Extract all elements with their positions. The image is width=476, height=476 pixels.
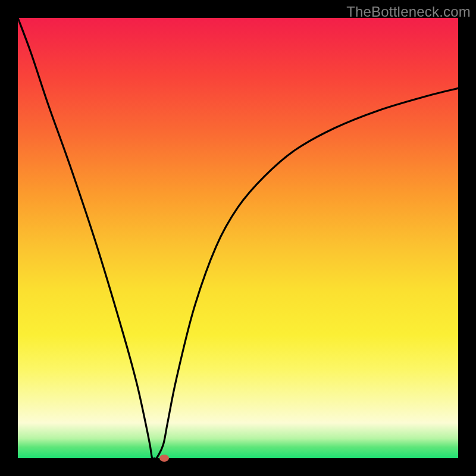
plot-area — [18, 18, 458, 458]
chart-frame: TheBottleneck.com — [0, 0, 476, 476]
bottleneck-curve — [18, 18, 458, 458]
